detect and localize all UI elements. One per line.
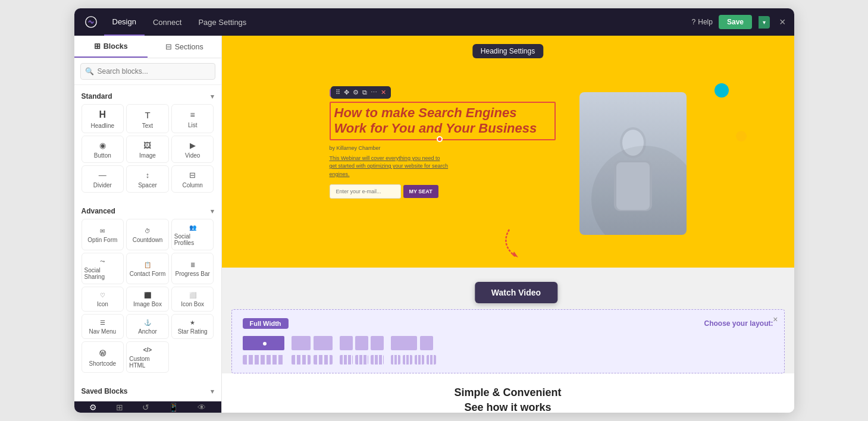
heading-settings-label: Heading Settings	[481, 47, 535, 55]
optin-form-icon: ✉	[100, 228, 105, 234]
mobile-icon[interactable]: 📱	[168, 403, 178, 412]
block-button[interactable]: ◉ Button	[82, 136, 124, 163]
layout-close-button[interactable]: ×	[773, 315, 778, 324]
video-icon: ▶	[190, 141, 196, 150]
bottom-title-line2: See how it works	[234, 400, 782, 413]
search-input[interactable]	[80, 63, 215, 80]
block-divider[interactable]: — Divider	[82, 165, 124, 193]
star-rating-icon: ★	[190, 319, 195, 326]
layout-option-striped-4[interactable]	[391, 355, 436, 365]
section-standard-title: Standard	[82, 92, 112, 100]
nav-connect[interactable]: Connect	[145, 8, 190, 36]
social-profiles-icon: 👥	[189, 224, 196, 231]
move-icon[interactable]: ✥	[344, 89, 349, 96]
search-icon: 🔍	[85, 67, 94, 76]
block-social-sharing[interactable]: ⤳ Social Sharing	[82, 253, 124, 284]
nav-page-settings[interactable]: Page Settings	[190, 8, 255, 36]
block-spacer[interactable]: ↕ Spacer	[126, 165, 169, 193]
block-icon-box[interactable]: ⬜ Icon Box	[171, 287, 214, 312]
block-headline[interactable]: H Headline	[82, 104, 124, 133]
section-advanced-header[interactable]: Advanced ▾	[80, 205, 215, 219]
block-progress-bar-label: Progress Bar	[175, 271, 209, 277]
block-countdown-label: Countdown	[133, 237, 163, 243]
settings-icon[interactable]: ⚙	[89, 403, 97, 412]
layout-option-full-width[interactable]	[243, 336, 284, 350]
block-headline-label: Headline	[91, 122, 114, 129]
watch-video-button[interactable]: Watch Video	[475, 282, 557, 303]
help-label: Help	[698, 18, 713, 26]
sidebar-section-saved: Saved Blocks ▾	[74, 380, 221, 401]
block-custom-html[interactable]: </> Custom HTML	[126, 341, 169, 373]
block-icon-box-label: Icon Box	[181, 301, 204, 307]
grid-icon[interactable]: ⊞	[116, 403, 123, 412]
app-window: Design Connect Page Settings ? Help Save…	[74, 8, 794, 413]
layout-row-2	[243, 355, 773, 365]
close-button[interactable]: ×	[779, 16, 786, 29]
arrow-svg	[497, 227, 533, 259]
content-area: Heading Settings JUN 20 ⠿	[222, 36, 794, 413]
layout-picker-section: Full Width Choose your layout: ×	[231, 309, 785, 373]
block-custom-html-label: Custom HTML	[129, 356, 166, 369]
section-standard-header[interactable]: Standard ▾	[80, 90, 215, 104]
block-list[interactable]: ≡ List	[171, 104, 214, 133]
save-dropdown-button[interactable]: ▾	[759, 16, 770, 29]
block-star-rating[interactable]: ★ Star Rating	[171, 314, 214, 339]
help-button[interactable]: ? Help	[692, 18, 713, 26]
hero-email-input[interactable]	[330, 184, 401, 199]
block-anchor-label: Anchor	[138, 328, 157, 335]
block-text[interactable]: T Text	[126, 104, 169, 133]
block-optin-form[interactable]: ✉ Optin Form	[82, 219, 124, 250]
bottom-title-line1: Simple & Convenient	[234, 385, 782, 400]
block-contact-form[interactable]: 📋 Contact Form	[126, 253, 169, 284]
hero-heading-box[interactable]: ⠿ ✥ ⚙ ⧉ ⋯ ✕ How to make Search Engines W…	[330, 102, 556, 140]
block-list-label: List	[188, 122, 198, 128]
top-bar: Design Connect Page Settings ? Help Save…	[74, 8, 794, 36]
layout-option-2col-unequal[interactable]	[391, 336, 433, 350]
block-shortcode[interactable]: Ⓦ Shortcode	[82, 341, 124, 373]
hero-submit-button[interactable]: MY SEAT	[403, 185, 438, 198]
block-social-sharing-label: Social Sharing	[84, 267, 121, 280]
resize-handle[interactable]	[437, 136, 443, 142]
app-logo	[83, 14, 99, 30]
chevron-down-icon: ▾	[211, 93, 214, 100]
block-contact-form-label: Contact Form	[130, 271, 166, 277]
block-nav-menu[interactable]: ☰ Nav Menu	[82, 314, 124, 339]
drag-icon[interactable]: ⠿	[336, 89, 340, 96]
layout-picker-header: Full Width Choose your layout: ×	[243, 318, 773, 329]
sidebar-bottom-bar: ⚙ ⊞ ↺ 📱 👁	[74, 401, 221, 413]
more-icon[interactable]: ⋯	[371, 89, 377, 96]
layout-option-2col[interactable]	[292, 336, 333, 350]
save-button[interactable]: Save	[719, 15, 752, 29]
tab-blocks[interactable]: ⊞ Blocks	[74, 36, 148, 58]
nav-design[interactable]: Design	[104, 8, 145, 36]
layout-option-striped-1[interactable]	[243, 355, 284, 365]
column-icon: ⊟	[189, 171, 196, 180]
layout-picker-inner: Full Width Choose your layout: ×	[243, 318, 773, 365]
layout-option-3col[interactable]	[340, 336, 384, 350]
block-icon[interactable]: ♡ Icon	[82, 287, 124, 312]
layout-option-striped-2[interactable]	[292, 355, 333, 365]
search-bar: 🔍	[74, 58, 221, 85]
block-image[interactable]: 🖼 Image	[126, 136, 169, 163]
block-countdown[interactable]: ⏱ Countdown	[126, 219, 169, 250]
copy-icon[interactable]: ⧉	[362, 89, 367, 96]
delete-icon[interactable]: ✕	[381, 89, 386, 96]
hero-heading: How to make Search Engines Work for You …	[334, 105, 551, 137]
block-anchor[interactable]: ⚓ Anchor	[126, 314, 169, 339]
block-column[interactable]: ⊟ Column	[171, 165, 214, 193]
block-progress-bar[interactable]: ≣ Progress Bar	[171, 253, 214, 284]
block-social-profiles[interactable]: 👥 Social Profiles	[171, 219, 214, 250]
refresh-icon[interactable]: ↺	[142, 403, 149, 412]
block-star-rating-label: Star Rating	[178, 328, 208, 335]
headline-icon: H	[99, 109, 106, 120]
image-box-icon: ⬛	[144, 292, 151, 299]
layout-option-striped-3[interactable]	[340, 355, 384, 365]
block-shortcode-label: Shortcode	[89, 360, 117, 367]
block-video[interactable]: ▶ Video	[171, 136, 214, 163]
settings-gear-icon[interactable]: ⚙	[353, 89, 359, 96]
eye-icon[interactable]: 👁	[198, 403, 206, 412]
section-saved-header[interactable]: Saved Blocks ▾	[80, 385, 215, 399]
layout-row-1	[243, 336, 773, 350]
tab-sections[interactable]: ⊟ Sections	[148, 36, 221, 58]
block-image-box[interactable]: ⬛ Image Box	[126, 287, 169, 312]
